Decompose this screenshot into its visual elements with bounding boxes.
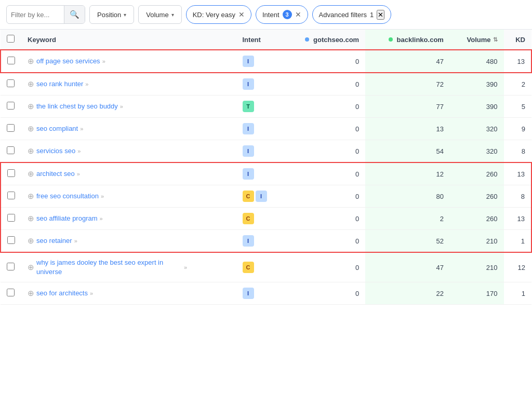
row-checkbox-cell[interactable] bbox=[1, 208, 21, 230]
intent-badge-i: I bbox=[256, 191, 267, 202]
search-button[interactable]: 🔍 bbox=[64, 5, 85, 24]
filter-input[interactable] bbox=[7, 11, 64, 19]
gotchseo-header-label: gotchseo.com bbox=[313, 36, 359, 44]
backlinko-value: 13 bbox=[365, 118, 450, 140]
gotchseo-value: 0 bbox=[282, 140, 365, 163]
row-checkbox-cell[interactable] bbox=[1, 140, 21, 163]
row-checkbox[interactable] bbox=[7, 192, 15, 199]
keyword-link[interactable]: ⊕ seo affiliate program » bbox=[28, 214, 103, 223]
keyword-link[interactable]: ⊕ why is james dooley the best seo exper… bbox=[28, 258, 187, 277]
keyword-link[interactable]: ⊕ seo compliant » bbox=[28, 124, 83, 133]
table-header-row: Keyword Intent gotchseo.com backlinko.co… bbox=[1, 30, 531, 50]
row-checkbox-cell[interactable] bbox=[1, 230, 21, 253]
kd-column-header: KD bbox=[504, 30, 531, 50]
volume-chevron-icon: ▾ bbox=[171, 12, 174, 18]
row-checkbox-cell[interactable] bbox=[1, 282, 21, 305]
intent-cell: I bbox=[236, 140, 283, 163]
intent-group: I bbox=[243, 78, 276, 90]
row-checkbox-cell[interactable] bbox=[1, 252, 21, 282]
intent-chip-close[interactable]: ✕ bbox=[295, 11, 301, 18]
row-checkbox-cell[interactable] bbox=[1, 50, 21, 73]
row-checkbox[interactable] bbox=[7, 214, 15, 222]
table-row: ⊕ the link chest by seo buddy »T0773905 bbox=[1, 96, 531, 118]
intent-badge-i: I bbox=[243, 78, 254, 90]
intent-badge-c: C bbox=[243, 262, 254, 273]
kd-chip-close[interactable]: ✕ bbox=[238, 11, 245, 18]
keyword-chevrons-icon: » bbox=[102, 58, 105, 64]
keyword-link[interactable]: ⊕ the link chest by seo buddy » bbox=[28, 102, 123, 111]
volume-column-header[interactable]: Volume ⇅ bbox=[450, 30, 504, 50]
volume-sort-icon: ⇅ bbox=[493, 36, 498, 43]
advanced-filters-close[interactable]: ✕ bbox=[377, 10, 384, 20]
row-checkbox[interactable] bbox=[7, 169, 15, 177]
row-checkbox[interactable] bbox=[7, 79, 15, 87]
intent-badge-c: C bbox=[243, 191, 254, 202]
keyword-link[interactable]: ⊕ servicios seo » bbox=[28, 146, 81, 156]
keyword-cell: ⊕ seo affiliate program » bbox=[21, 208, 236, 230]
keyword-cell: ⊕ off page seo services » bbox=[21, 50, 236, 73]
row-checkbox-cell[interactable] bbox=[1, 118, 21, 140]
row-checkbox-cell[interactable] bbox=[1, 162, 21, 185]
table-container: Keyword Intent gotchseo.com backlinko.co… bbox=[0, 30, 532, 305]
row-checkbox-cell[interactable] bbox=[1, 73, 21, 96]
row-checkbox[interactable] bbox=[7, 57, 15, 64]
select-all-header[interactable] bbox=[1, 30, 21, 50]
position-dropdown[interactable]: Position ▾ bbox=[89, 5, 134, 24]
row-checkbox[interactable] bbox=[7, 124, 15, 132]
row-checkbox-cell[interactable] bbox=[1, 185, 21, 208]
gotchseo-value: 0 bbox=[282, 208, 365, 230]
gotchseo-dot bbox=[305, 37, 309, 42]
volume-dropdown[interactable]: Volume ▾ bbox=[138, 5, 181, 24]
kd-value: 13 bbox=[504, 50, 531, 73]
intent-badge-i: I bbox=[243, 145, 254, 157]
gotchseo-value: 0 bbox=[282, 96, 365, 118]
keyword-link[interactable]: ⊕ seo rank hunter » bbox=[28, 79, 88, 89]
expand-icon: ⊕ bbox=[28, 263, 34, 272]
expand-icon: ⊕ bbox=[28, 236, 34, 246]
intent-badge-i: I bbox=[243, 168, 254, 180]
backlinko-value: 77 bbox=[365, 96, 450, 118]
intent-group: C bbox=[243, 213, 276, 224]
keyword-cell: ⊕ free seo consultation » bbox=[21, 185, 236, 208]
row-checkbox[interactable] bbox=[7, 289, 15, 296]
keyword-cell: ⊕ why is james dooley the best seo exper… bbox=[21, 252, 236, 282]
volume-value: 390 bbox=[450, 96, 504, 118]
volume-value: 260 bbox=[450, 208, 504, 230]
keyword-chevrons-icon: » bbox=[184, 264, 187, 270]
kd-value: 1 bbox=[504, 282, 531, 305]
select-all-checkbox[interactable] bbox=[7, 35, 15, 43]
keyword-link[interactable]: ⊕ architect seo » bbox=[28, 169, 80, 179]
table-row: ⊕ why is james dooley the best seo exper… bbox=[1, 252, 531, 282]
keyword-cell: ⊕ seo rank hunter » bbox=[21, 73, 236, 96]
keyword-link[interactable]: ⊕ seo for architects » bbox=[28, 289, 93, 298]
gotchseo-value: 0 bbox=[282, 230, 365, 253]
backlinko-value: 22 bbox=[365, 282, 450, 305]
filter-input-wrap[interactable]: 🔍 bbox=[6, 5, 85, 24]
volume-label: Volume bbox=[146, 11, 168, 19]
advanced-filters-label: Advanced filters bbox=[319, 11, 367, 19]
backlinko-value: 80 bbox=[365, 185, 450, 208]
row-checkbox[interactable] bbox=[7, 263, 15, 270]
intent-cell: I bbox=[236, 282, 283, 305]
kd-value: 5 bbox=[504, 96, 531, 118]
intent-group: CI bbox=[243, 191, 276, 202]
keyword-link[interactable]: ⊕ seo retainer » bbox=[28, 236, 77, 246]
intent-group: I bbox=[243, 123, 276, 134]
keyword-link[interactable]: ⊕ off page seo services » bbox=[28, 57, 105, 66]
keyword-chevrons-icon: » bbox=[77, 171, 80, 177]
intent-cell: C bbox=[236, 252, 283, 282]
table-body: ⊕ off page seo services »I04748013⊕ seo … bbox=[1, 50, 531, 305]
keyword-text: seo compliant bbox=[36, 124, 78, 133]
position-label: Position bbox=[97, 11, 121, 19]
advanced-filters-chip[interactable]: Advanced filters 1 ✕ bbox=[312, 5, 392, 24]
volume-value: 260 bbox=[450, 185, 504, 208]
backlinko-column-header: backlinko.com bbox=[365, 30, 450, 50]
keyword-link[interactable]: ⊕ free seo consultation » bbox=[28, 192, 104, 201]
toolbar: 🔍 Position ▾ Volume ▾ KD: Very easy ✕ In… bbox=[0, 0, 532, 30]
row-checkbox-cell[interactable] bbox=[1, 96, 21, 118]
row-checkbox[interactable] bbox=[7, 102, 15, 110]
table-row: ⊕ seo rank hunter »I0723902 bbox=[1, 73, 531, 96]
row-checkbox[interactable] bbox=[7, 146, 15, 154]
gotchseo-value: 0 bbox=[282, 50, 365, 73]
row-checkbox[interactable] bbox=[7, 236, 15, 244]
